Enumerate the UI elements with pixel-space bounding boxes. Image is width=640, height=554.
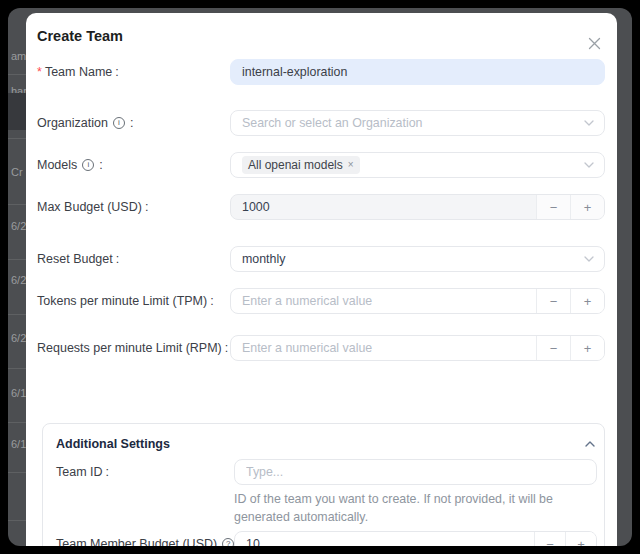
additional-settings-panel: Additional Settings Team ID : ID of the …	[42, 423, 605, 546]
team-name-input[interactable]	[230, 59, 605, 85]
team-id-help-text: ID of the team you want to create. If no…	[234, 490, 597, 526]
background-table-fragment: 6/1	[11, 387, 26, 399]
team-id-label: Team ID :	[56, 465, 234, 480]
team-name-row: * Team Name :	[37, 59, 605, 85]
max-budget-label: Max Budget (USD) :	[37, 200, 230, 215]
organization-select[interactable]: Search or select an Organization	[230, 110, 605, 136]
background-table-fragment: 6/2	[11, 332, 26, 344]
background-divider	[8, 74, 27, 75]
background-table-fragment: am	[11, 50, 26, 62]
help-icon: ?	[222, 538, 234, 546]
increment-button[interactable]: +	[570, 336, 604, 360]
rpm-label: Requests per minute Limit (RPM) :	[37, 341, 230, 356]
background-table-fragment: 6/2	[11, 220, 26, 232]
organization-placeholder: Search or select an Organization	[242, 116, 422, 130]
background-divider	[8, 204, 27, 205]
max-budget-row: Max Budget (USD) : − +	[37, 194, 605, 220]
decrement-button[interactable]: −	[536, 195, 570, 219]
background-table-fragment: 6/2	[11, 274, 26, 286]
modal-title: Create Team	[37, 28, 605, 44]
additional-settings-title: Additional Settings	[56, 437, 170, 451]
reset-budget-value: monthly	[242, 252, 285, 266]
background-divider	[8, 138, 27, 139]
dimmed-background-window: am har Cr 6/2 6/2 6/2 6/1 6/1 Create Tea…	[8, 8, 632, 546]
reset-budget-row: Reset Budget : monthly	[37, 246, 605, 272]
models-label: Models i :	[37, 158, 230, 173]
team-id-row: Team ID :	[56, 459, 595, 485]
info-icon: i	[113, 117, 125, 129]
reset-budget-label: Reset Budget :	[37, 252, 230, 267]
tpm-row: Tokens per minute Limit (TPM) : − +	[37, 288, 605, 314]
background-dark-row	[8, 93, 28, 130]
rpm-input[interactable]	[231, 336, 536, 360]
chevron-down-icon	[584, 120, 594, 126]
model-tag: All openai models ×	[242, 156, 360, 174]
team-name-label: * Team Name :	[37, 65, 230, 80]
required-asterisk: *	[37, 65, 42, 80]
chevron-down-icon	[584, 256, 594, 262]
tpm-stepper: − +	[230, 288, 605, 314]
models-row: Models i : All openai models ×	[37, 152, 605, 178]
team-member-budget-input[interactable]	[235, 532, 534, 546]
team-member-budget-stepper: − +	[234, 531, 597, 546]
max-budget-input[interactable]	[231, 195, 536, 219]
tpm-label: Tokens per minute Limit (TPM) :	[37, 294, 230, 309]
close-button[interactable]	[586, 35, 602, 51]
models-select[interactable]: All openai models ×	[230, 152, 605, 178]
tag-remove-icon[interactable]: ×	[348, 160, 354, 170]
background-divider	[8, 368, 27, 369]
organization-row: Organization i : Search or select an Org…	[37, 110, 605, 136]
organization-label: Organization i :	[37, 116, 230, 131]
background-table-fragment: 6/1	[11, 438, 26, 450]
rpm-stepper: − +	[230, 335, 605, 361]
max-budget-stepper: − +	[230, 194, 605, 220]
close-icon	[588, 37, 601, 50]
tpm-input[interactable]	[231, 289, 536, 313]
info-icon: i	[82, 159, 94, 171]
chevron-up-icon	[585, 441, 595, 447]
additional-settings-header[interactable]: Additional Settings	[56, 437, 595, 451]
decrement-button[interactable]: −	[536, 336, 570, 360]
decrement-button[interactable]: −	[534, 532, 565, 546]
team-member-budget-label: Team Member Budget (USD) ? :	[56, 537, 234, 547]
increment-button[interactable]: +	[565, 532, 596, 546]
background-divider	[8, 314, 27, 315]
background-divider	[8, 259, 27, 260]
chevron-down-icon	[584, 162, 594, 168]
background-divider	[8, 520, 27, 521]
decrement-button[interactable]: −	[536, 289, 570, 313]
background-table-fragment: Cr	[11, 166, 23, 178]
reset-budget-select[interactable]: monthly	[230, 246, 605, 272]
team-member-budget-row: Team Member Budget (USD) ? : − +	[56, 531, 595, 546]
create-team-modal: Create Team * Team Name : Organization i…	[26, 13, 617, 546]
increment-button[interactable]: +	[570, 195, 604, 219]
background-divider	[8, 422, 27, 423]
team-id-input[interactable]	[234, 459, 597, 485]
background-divider	[8, 472, 27, 473]
rpm-row: Requests per minute Limit (RPM) : − +	[37, 335, 605, 361]
increment-button[interactable]: +	[570, 289, 604, 313]
